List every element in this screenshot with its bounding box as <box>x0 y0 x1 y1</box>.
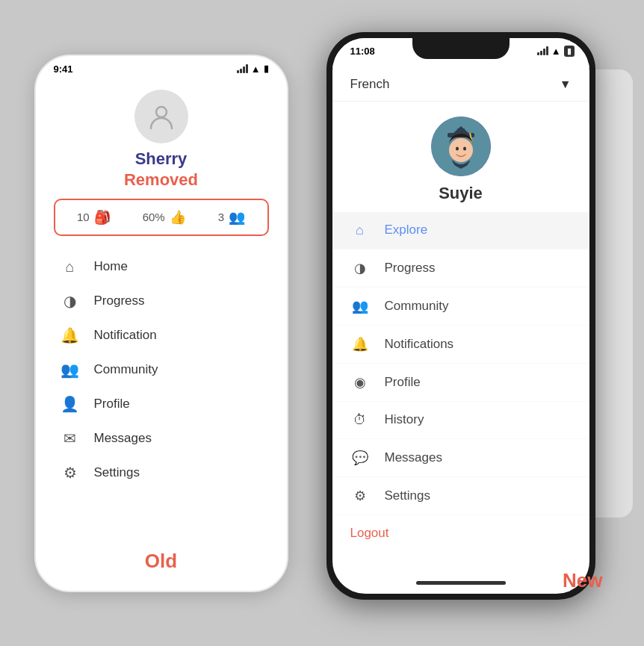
old-avatar <box>134 90 188 143</box>
person-icon <box>147 102 176 131</box>
old-menu-item-community[interactable]: 👥 Community <box>54 353 269 386</box>
new-menu-item-settings[interactable]: ⚙ Settings <box>332 477 589 515</box>
old-menu-item-messages[interactable]: ✉ Messages <box>54 422 269 455</box>
old-menu-label-profile: Profile <box>94 397 130 411</box>
friends-icon: 👥 <box>229 209 245 226</box>
new-settings-icon: ⚙ <box>350 488 370 504</box>
logout-button[interactable]: Logout <box>332 515 589 551</box>
stat-friends: 3 👥 <box>218 209 245 226</box>
new-signal-icon <box>537 46 548 55</box>
bell-icon: 🔔 <box>60 326 81 344</box>
stat-lessons: 10 🎒 <box>77 209 111 226</box>
svg-point-6 <box>449 138 473 162</box>
new-username: Suyie <box>439 184 483 203</box>
old-status-bar: 9:41 ▲ ▮ <box>36 56 287 75</box>
old-menu-item-notification[interactable]: 🔔 Notification <box>54 319 269 352</box>
new-messages-icon: 💬 <box>350 450 370 466</box>
signal-icon <box>237 64 248 73</box>
new-progress-icon: ◑ <box>350 260 370 276</box>
lang-selector[interactable]: French ▼ <box>332 68 589 102</box>
new-home-icon: ⌂ <box>350 223 370 238</box>
new-menu-item-community[interactable]: 👥 Community <box>332 288 589 326</box>
old-content: Sherry Removed 10 🎒 60% 👍 3 👥 ⌂ <box>36 75 287 591</box>
new-footer-label: New <box>563 569 602 592</box>
new-battery-icon: ▮ <box>564 46 575 57</box>
new-menu-item-messages[interactable]: 💬 Messages <box>332 439 589 477</box>
new-menu-label-explore: Explore <box>385 223 428 237</box>
new-bell-icon: 🔔 <box>350 336 370 352</box>
notch-cutout <box>412 38 510 59</box>
avatar-image <box>431 117 491 176</box>
home-indicator <box>332 575 589 594</box>
old-menu-item-settings[interactable]: ⚙ Settings <box>54 456 269 489</box>
new-menu-item-history[interactable]: ⏱ History <box>332 402 589 439</box>
svg-point-0 <box>156 107 167 117</box>
accuracy-icon: 👍 <box>170 209 186 226</box>
stat-lessons-value: 10 <box>77 211 90 223</box>
old-menu-item-home[interactable]: ⌂ Home <box>54 251 269 283</box>
new-menu-item-notifications[interactable]: 🔔 Notifications <box>332 326 589 364</box>
new-menu-label-notifications: Notifications <box>385 337 454 352</box>
home-icon: ⌂ <box>60 258 81 276</box>
old-menu-label-progress: Progress <box>94 294 145 308</box>
svg-point-7 <box>456 146 459 150</box>
old-status-icons: ▲ ▮ <box>237 63 269 75</box>
stat-friends-value: 3 <box>218 211 224 223</box>
new-menu-label-profile: Profile <box>385 375 421 390</box>
messages-icon: ✉ <box>60 429 81 447</box>
removed-badge: Removed <box>124 170 198 190</box>
new-profile-section: Suyie <box>332 102 589 212</box>
lang-label: French <box>350 77 390 92</box>
new-menu-item-progress[interactable]: ◑ Progress <box>332 249 589 288</box>
home-bar <box>416 581 506 585</box>
new-menu-item-profile[interactable]: ◉ Profile <box>332 364 589 402</box>
new-history-icon: ⏱ <box>350 412 370 428</box>
svg-point-8 <box>463 146 466 150</box>
settings-icon: ⚙ <box>60 464 81 482</box>
stat-accuracy: 60% 👍 <box>143 209 186 226</box>
stat-accuracy-value: 60% <box>143 211 165 223</box>
old-username: Sherry <box>135 149 188 169</box>
new-menu-label-history: History <box>385 412 424 427</box>
new-menu-label-community: Community <box>385 299 449 314</box>
old-menu-item-profile[interactable]: 👤 Profile <box>54 388 269 420</box>
progress-icon: ◑ <box>60 292 81 310</box>
old-time: 9:41 <box>54 63 73 75</box>
new-phone-wrapper: 11:08 ▲ ▮ French ▼ <box>326 32 610 615</box>
old-profile-icon: 👤 <box>60 395 81 413</box>
new-avatar <box>431 117 491 176</box>
battery-icon: ▮ <box>264 63 269 74</box>
old-menu-label-settings: Settings <box>94 465 140 480</box>
old-phone: 9:41 ▲ ▮ Sherry Removed 10 <box>34 55 288 592</box>
new-menu-label-messages: Messages <box>385 450 442 465</box>
old-menu-label-home: Home <box>94 259 128 274</box>
new-phone: 11:08 ▲ ▮ French ▼ <box>326 32 595 600</box>
old-menu-label-community: Community <box>94 362 158 377</box>
new-notch-area: 11:08 ▲ ▮ <box>332 38 589 68</box>
old-menu-item-progress[interactable]: ◑ Progress <box>54 285 269 317</box>
lessons-icon: 🎒 <box>94 209 111 226</box>
old-menu: ⌂ Home ◑ Progress 🔔 Notification 👥 Commu… <box>54 251 269 489</box>
new-profile-icon: ◉ <box>350 374 370 391</box>
new-menu-label-settings: Settings <box>385 488 430 503</box>
new-content: French ▼ <box>332 68 589 575</box>
new-wifi-icon: ▲ <box>551 46 561 57</box>
scene: 9:41 ▲ ▮ Sherry Removed 10 <box>0 0 644 646</box>
logout-label: Logout <box>350 526 389 540</box>
new-menu: ⌂ Explore ◑ Progress 👥 Community 🔔 <box>332 212 589 515</box>
community-icon: 👥 <box>60 361 81 379</box>
new-time: 11:08 <box>350 46 375 57</box>
new-menu-label-progress: Progress <box>385 261 436 276</box>
new-phone-inner: 11:08 ▲ ▮ French ▼ <box>332 38 589 594</box>
new-status-icons: ▲ ▮ <box>537 46 575 57</box>
chevron-down-icon: ▼ <box>560 78 572 91</box>
new-community-icon: 👥 <box>350 298 370 314</box>
stats-box: 10 🎒 60% 👍 3 👥 <box>54 199 269 236</box>
wifi-icon: ▲ <box>251 63 261 75</box>
old-footer-label: Old <box>145 550 177 573</box>
new-menu-item-explore[interactable]: ⌂ Explore <box>332 212 589 249</box>
old-menu-label-messages: Messages <box>94 431 152 446</box>
old-menu-label-notification: Notification <box>94 328 157 343</box>
